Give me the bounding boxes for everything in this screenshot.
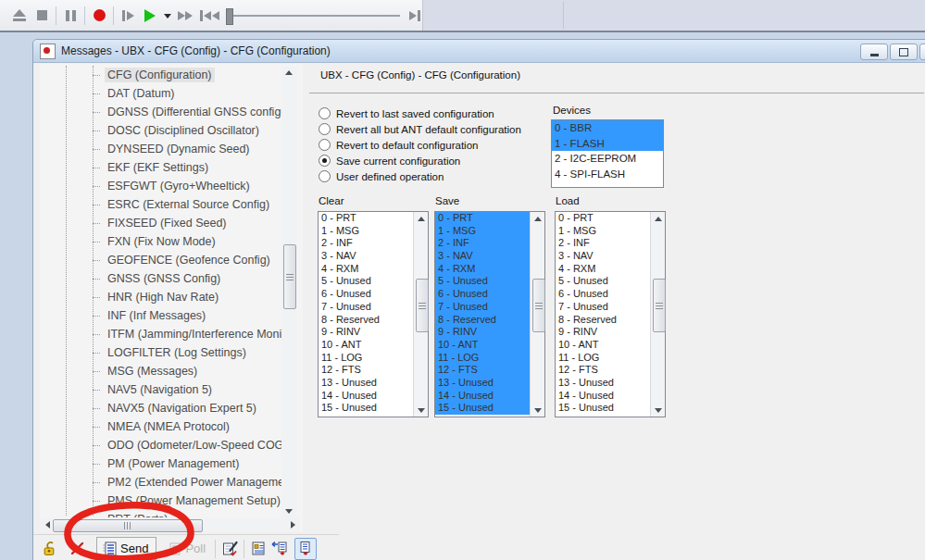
slider-thumb[interactable] — [226, 8, 233, 25]
send-button[interactable]: Send — [96, 537, 156, 560]
list-option[interactable]: 1 - MSG — [435, 225, 531, 238]
list-option[interactable]: 9 - RINV — [319, 326, 414, 339]
tree-item[interactable]: ESRC (External Source Config) — [40, 195, 282, 214]
restore-button[interactable] — [890, 44, 918, 60]
list-option[interactable]: 8 - Reserved — [556, 314, 651, 327]
list-option[interactable]: 10 - ANT — [319, 339, 414, 352]
save-listbox[interactable]: 0 - PRT1 - MSG2 - INF3 - NAV4 - RXM5 - U… — [434, 211, 545, 417]
tree-item[interactable]: PM (Power Management) — [40, 454, 282, 473]
list-option[interactable]: 15 - Unused — [435, 402, 531, 415]
tree-item[interactable]: PRT (Ports) — [40, 510, 282, 517]
tree-item[interactable]: ITFM (Jamming/Interference Monito — [40, 325, 282, 343]
tree-item[interactable]: INF (Inf Messages) — [40, 306, 282, 325]
tree-item[interactable]: MSG (Messages) — [40, 362, 282, 380]
list-option[interactable]: 9 - RINV — [435, 326, 531, 339]
delete-icon[interactable] — [67, 539, 87, 559]
scroll-down-icon[interactable] — [281, 504, 296, 517]
list-option[interactable]: 5 - Unused — [319, 275, 414, 288]
scroll-up-icon[interactable] — [651, 212, 665, 225]
pause-icon[interactable] — [59, 5, 81, 27]
list-option[interactable]: 7 - Unused — [435, 301, 531, 314]
tree-item[interactable]: NAV5 (Navigation 5) — [40, 380, 282, 399]
tree-item[interactable]: LOGFILTER (Log Settings) — [40, 343, 282, 362]
scroll-up-icon[interactable] — [414, 212, 428, 225]
list-option[interactable]: 0 - PRT — [435, 212, 531, 225]
record-icon[interactable] — [88, 5, 110, 27]
config-radio[interactable]: Save current configuration — [319, 153, 521, 168]
tree-scrollbar-thumb[interactable] — [283, 244, 296, 309]
tree-item[interactable]: EKF (EKF Settings) — [40, 158, 282, 177]
list-option[interactable]: 11 - LOG — [435, 352, 531, 365]
scrollbar-thumb[interactable] — [532, 279, 545, 332]
skip-to-start-icon[interactable] — [196, 5, 222, 27]
tree-item[interactable]: ODO (Odometer/Low-Speed COG f — [40, 436, 282, 454]
list-option[interactable]: 14 - Unused — [319, 390, 414, 403]
tree-item[interactable]: DGNSS (Differential GNSS configura — [40, 103, 282, 121]
stop-icon[interactable] — [31, 5, 53, 27]
tree-item[interactable]: ESFGWT (Gyro+Wheeltick) — [40, 177, 282, 195]
load-listbox[interactable]: 0 - PRT1 - MSG2 - INF3 - NAV4 - RXM5 - U… — [555, 211, 666, 417]
tree-item[interactable]: GNSS (GNSS Config) — [40, 269, 282, 288]
tree-hscrollbar-thumb[interactable] — [53, 519, 203, 532]
list-option[interactable]: 6 - Unused — [556, 288, 651, 301]
list-option[interactable]: 0 - PRT — [319, 212, 414, 225]
load-list-scrollbar[interactable] — [650, 212, 665, 417]
config-radio[interactable]: Revert all but ANT default configuration — [319, 121, 521, 137]
poll-button[interactable]: Poll — [160, 538, 211, 559]
list-option[interactable]: 2 - I2C-EEPROM — [552, 151, 663, 167]
list-option[interactable]: 13 - Unused — [556, 377, 651, 390]
list-option[interactable]: 12 - FTS — [435, 364, 531, 377]
tree-item[interactable]: NMEA (NMEA Protocol) — [40, 417, 282, 436]
config-radio[interactable]: Revert to last saved configuration — [319, 106, 521, 121]
tree-item[interactable]: DYNSEED (Dynamic Seed) — [40, 140, 282, 158]
list-option[interactable]: 2 - INF — [556, 237, 651, 250]
config-radio[interactable]: User defined operation — [319, 168, 521, 184]
list-option[interactable]: 2 - INF — [435, 237, 531, 250]
list-option[interactable]: 4 - RXM — [435, 263, 531, 276]
scroll-down-icon[interactable] — [414, 404, 428, 417]
list-option[interactable]: 13 - Unused — [435, 377, 531, 390]
tree-item[interactable]: DAT (Datum) — [40, 84, 282, 103]
eject-icon[interactable] — [8, 5, 31, 27]
close-button[interactable] — [919, 44, 925, 60]
list-option[interactable]: 3 - NAV — [319, 250, 414, 263]
list-option[interactable]: 15 - Unused — [556, 402, 651, 415]
import-messages-icon[interactable] — [269, 539, 289, 559]
tree-item[interactable]: PM2 (Extended Power Managemen — [40, 473, 282, 492]
list-option[interactable]: 0 - BBR — [552, 120, 663, 136]
list-option[interactable]: 13 - Unused — [319, 377, 414, 390]
list-option[interactable]: 10 - ANT — [435, 339, 531, 352]
tree-item[interactable]: FXN (Fix Now Mode) — [40, 232, 282, 251]
scroll-down-icon[interactable] — [651, 404, 665, 417]
tree-item[interactable]: NAVX5 (Navigation Expert 5) — [40, 399, 282, 417]
window-titlebar[interactable]: Messages - UBX - CFG (Config) - CFG (Con… — [33, 40, 925, 63]
unlock-icon[interactable] — [39, 539, 59, 559]
play-options-dropdown-icon[interactable] — [161, 5, 174, 27]
fast-forward-icon[interactable] — [174, 5, 196, 27]
list-option[interactable]: 1 - MSG — [319, 225, 414, 238]
list-option[interactable]: 1 - FLASH — [552, 136, 663, 152]
clear-listbox[interactable]: 0 - PRT1 - MSG2 - INF3 - NAV4 - RXM5 - U… — [318, 211, 429, 417]
step-forward-icon[interactable] — [117, 5, 139, 27]
config-radio[interactable]: Revert to default configuration — [319, 137, 521, 153]
list-option[interactable]: 5 - Unused — [435, 275, 531, 288]
tree-item[interactable]: HNR (High Nav Rate) — [40, 288, 282, 306]
tree-horizontal-scrollbar[interactable] — [40, 517, 300, 532]
save-list-scrollbar[interactable] — [530, 212, 544, 417]
copy-message-icon[interactable] — [248, 539, 269, 559]
tree-vertical-scrollbar[interactable] — [281, 66, 296, 517]
list-option[interactable]: 1 - MSG — [556, 225, 651, 238]
list-option[interactable]: 7 - Unused — [319, 301, 414, 314]
play-icon[interactable] — [139, 5, 161, 27]
tree-item[interactable]: GEOFENCE (Geofence Config) — [40, 251, 282, 269]
tree-item[interactable]: FIXSEED (Fixed Seed) — [40, 214, 282, 232]
position-slider[interactable] — [226, 6, 400, 25]
list-option[interactable]: 12 - FTS — [556, 364, 651, 377]
list-option[interactable]: 4 - RXM — [319, 263, 414, 276]
list-option[interactable]: 15 - Unused — [319, 402, 414, 415]
list-option[interactable]: 11 - LOG — [556, 352, 651, 365]
list-option[interactable]: 3 - NAV — [435, 250, 531, 263]
list-option[interactable]: 11 - LOG — [319, 352, 414, 365]
list-option[interactable]: 7 - Unused — [556, 301, 651, 314]
list-option[interactable]: 5 - Unused — [556, 275, 651, 288]
